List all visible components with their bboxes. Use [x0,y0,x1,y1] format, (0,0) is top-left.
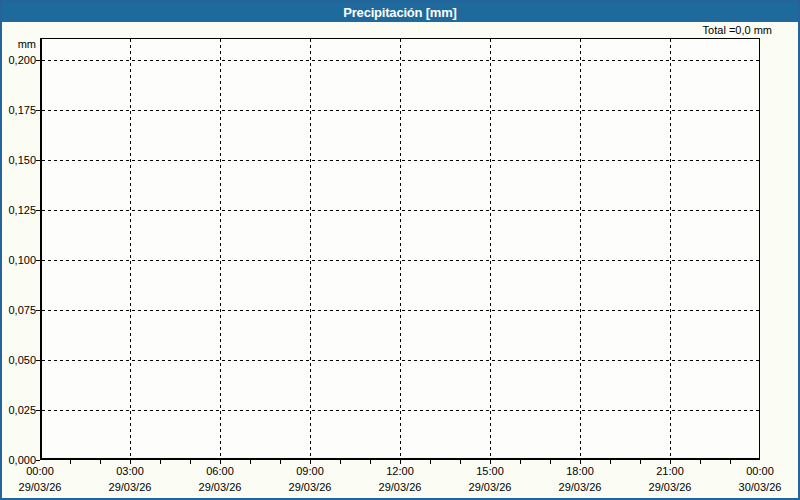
x-tick-date-label: 29/03/26 [270,481,350,494]
x-axis-minor-tick [580,460,581,464]
y-tick-label: 0,200 [2,54,36,66]
x-axis-minor-tick [280,460,281,464]
y-tick-label: 0,050 [2,354,36,366]
x-axis-minor-tick [340,460,341,464]
x-tick-date-label: 30/03/26 [720,481,800,494]
y-axis-tick [36,410,40,411]
x-tick-time-label: 12:00 [360,465,440,478]
v-gridline [580,39,581,458]
v-gridline [130,39,131,458]
x-tick-time-label: 03:00 [90,465,170,478]
x-tick-time-label: 09:00 [270,465,350,478]
x-axis-minor-tick [250,460,251,464]
x-axis-minor-tick [190,460,191,464]
x-axis-minor-tick [700,460,701,464]
x-axis-minor-tick [610,460,611,464]
chart-window: Precipitación [mm] Total =0,0 mm mm 0,20… [0,0,800,500]
x-axis-minor-tick [100,460,101,464]
v-gridline [490,39,491,458]
x-tick-time-label: 06:00 [180,465,260,478]
y-tick-label: 0,100 [2,254,36,266]
v-gridline [310,39,311,458]
x-axis-minor-tick [490,460,491,464]
y-axis-tick [36,160,40,161]
x-axis-minor-tick [130,460,131,464]
x-tick-date-label: 29/03/26 [0,481,80,494]
x-axis-minor-tick [520,460,521,464]
x-tick-time-label: 21:00 [630,465,710,478]
x-tick-date-label: 29/03/26 [450,481,530,494]
y-axis-tick [36,360,40,361]
y-axis-tick [36,110,40,111]
v-gridline [670,39,671,458]
x-tick-time-label: 00:00 [0,465,80,478]
y-tick-label: 0,075 [2,304,36,316]
y-axis-tick [36,260,40,261]
x-tick-time-label: 18:00 [540,465,620,478]
x-tick-date-label: 29/03/26 [630,481,710,494]
y-tick-label: 0,125 [2,204,36,216]
x-axis-minor-tick [310,460,311,464]
x-axis-minor-tick [430,460,431,464]
y-tick-label: 0,150 [2,154,36,166]
x-axis-minor-tick [220,460,221,464]
x-axis-minor-tick [400,460,401,464]
x-axis-minor-tick [370,460,371,464]
v-gridline [220,39,221,458]
x-tick-date-label: 29/03/26 [180,481,260,494]
y-axis-tick [36,60,40,61]
x-tick-time-label: 00:00 [720,465,800,478]
x-axis-minor-tick [160,460,161,464]
y-axis-unit-label: mm [2,38,36,50]
x-tick-date-label: 29/03/26 [90,481,170,494]
x-tick-date-label: 29/03/26 [540,481,620,494]
x-axis-minor-tick [460,460,461,464]
x-axis-minor-tick [70,460,71,464]
total-value-label: Total =0,0 mm [703,24,772,36]
y-axis-tick [36,310,40,311]
plot-area [40,38,760,460]
y-axis-tick [36,460,40,461]
x-axis-minor-tick [670,460,671,464]
y-tick-label: 0,175 [2,104,36,116]
v-gridline [400,39,401,458]
x-tick-time-label: 15:00 [450,465,530,478]
y-axis-tick [36,210,40,211]
chart-title-bar: Precipitación [mm] [2,2,798,22]
y-tick-label: 0,025 [2,404,36,416]
x-axis-minor-tick [550,460,551,464]
x-axis-minor-tick [640,460,641,464]
x-axis-minor-tick [730,460,731,464]
chart-title: Precipitación [mm] [343,5,456,20]
x-tick-date-label: 29/03/26 [360,481,440,494]
